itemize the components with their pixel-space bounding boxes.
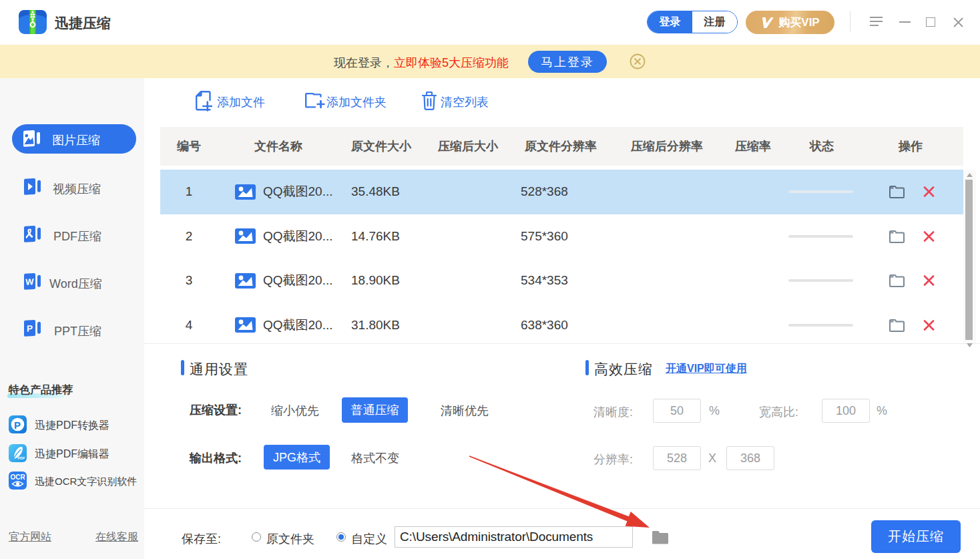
svg-text:PDF: PDF [18,456,26,460]
svg-text:P: P [27,323,33,333]
svg-text:W: W [25,276,34,287]
svg-text:OCR: OCR [10,474,25,481]
svg-text:P: P [14,419,21,431]
